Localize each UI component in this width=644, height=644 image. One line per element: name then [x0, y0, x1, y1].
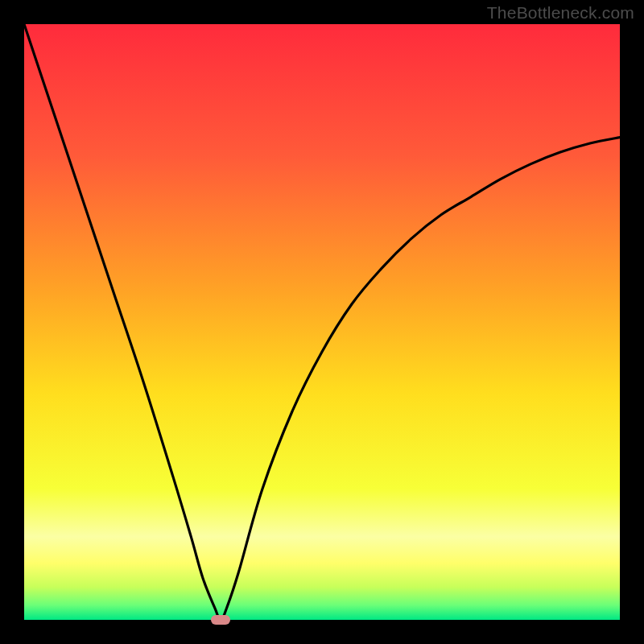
bottleneck-curve [24, 24, 620, 620]
optimal-point-marker [211, 615, 230, 625]
plot-area [24, 24, 620, 620]
chart-frame: TheBottleneck.com [0, 0, 644, 644]
watermark-text: TheBottleneck.com [487, 3, 634, 23]
